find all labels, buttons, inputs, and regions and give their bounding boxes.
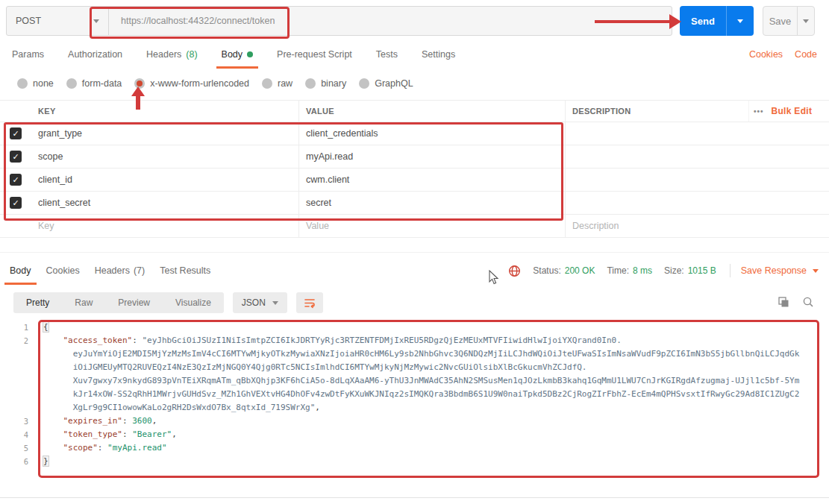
- token-punct: :: [132, 336, 142, 345]
- param-description[interactable]: [565, 192, 829, 214]
- save-options-button[interactable]: [797, 7, 814, 35]
- tab-label: Params: [12, 49, 44, 60]
- tab-settings[interactable]: Settings: [421, 48, 456, 69]
- code-line-content: Xuv7gwxy7x9nkydG893pVnTEiXRqmATm_qBbXQhj…: [43, 374, 799, 388]
- view-tab-preview[interactable]: Preview: [105, 292, 163, 313]
- param-key[interactable]: client_secret: [31, 192, 298, 214]
- value-input[interactable]: Value: [298, 215, 565, 237]
- wrap-text-button[interactable]: [296, 292, 323, 313]
- tab-authorization[interactable]: Authorization: [67, 48, 123, 69]
- body-type-x-www-form-urlencoded[interactable]: x-www-form-urlencoded: [134, 78, 249, 89]
- body-type-form-data[interactable]: form-data: [66, 78, 122, 89]
- response-tabs: BodyCookiesHeaders(7)Test Results: [7, 262, 213, 285]
- method-select[interactable]: POST: [7, 7, 109, 35]
- save-button-group: Save: [763, 6, 815, 36]
- code-line: 6}: [15, 455, 825, 468]
- token-plain: [43, 429, 63, 439]
- chevron-down-icon: [93, 19, 99, 23]
- checkbox-checked[interactable]: ✓: [10, 197, 22, 209]
- key-input[interactable]: Key: [31, 215, 298, 237]
- bulk-edit-link[interactable]: Bulk Edit: [772, 106, 813, 116]
- token-plain: [43, 443, 63, 453]
- chevron-down-icon: [813, 269, 819, 273]
- format-select[interactable]: JSON: [233, 292, 287, 313]
- save-response-label: Save Response: [741, 265, 807, 276]
- radio-label: raw: [278, 78, 293, 89]
- param-description[interactable]: [565, 168, 829, 191]
- body-type-binary[interactable]: binary: [305, 78, 346, 89]
- body-type-raw[interactable]: raw: [262, 78, 293, 89]
- tab-count: (7): [134, 265, 145, 276]
- tab-headers[interactable]: Headers(8): [146, 48, 198, 69]
- param-value[interactable]: client_credentials: [298, 122, 565, 145]
- token-token: eyJuYmYiOjE2MDI5MjYzMzMsImV4cCI6MTYwMjky…: [73, 349, 800, 359]
- tab-pre-request-script[interactable]: Pre-request Script: [276, 48, 353, 69]
- param-value[interactable]: myApi.read: [298, 145, 565, 168]
- code-link[interactable]: Code: [795, 49, 817, 60]
- table-row: ✓client_secretsecret: [0, 192, 829, 215]
- send-label: Send: [691, 16, 715, 27]
- token-plain: [43, 389, 73, 399]
- checkbox-checked[interactable]: ✓: [10, 127, 22, 139]
- response-tab-headers[interactable]: Headers(7): [93, 262, 148, 285]
- divider: [730, 264, 731, 277]
- radio-icon: [359, 78, 369, 89]
- url-input[interactable]: https://localhost:44322/connect/token: [109, 7, 672, 35]
- code-line-content: XgLr9g9CI1owowKaLo2gRH2DsWxdO7Bx_8qtxId_…: [43, 401, 320, 415]
- table-header-row: KEY VALUE DESCRIPTION ••• Bulk Edit: [0, 100, 829, 122]
- body-type-graphql[interactable]: GraphQL: [359, 78, 413, 89]
- response-tab-cookies[interactable]: Cookies: [44, 262, 82, 285]
- request-url-bar: POST https://localhost:44322/connect/tok…: [6, 6, 672, 36]
- code-editor[interactable]: 1{2 "access_token": "eyJhbGciOiJSUzI1NiI…: [15, 321, 825, 468]
- token-punct: ,: [172, 429, 177, 439]
- send-button[interactable]: Send: [680, 6, 726, 36]
- line-number: [15, 401, 28, 415]
- copy-button[interactable]: [778, 296, 789, 308]
- param-key[interactable]: grant_type: [31, 122, 298, 145]
- radio-icon: [262, 78, 272, 89]
- radio-icon: [66, 78, 77, 89]
- description-input[interactable]: Description: [565, 215, 829, 237]
- token-brace: }: [43, 456, 49, 466]
- cookies-link[interactable]: Cookies: [749, 49, 783, 60]
- token-plain: [43, 376, 73, 385]
- token-token: iOiJGMEUyMTQ2RUVEQzI4NzE3QzIzMjNGQ0Y4Qjg…: [73, 362, 587, 372]
- tab-body[interactable]: Body: [221, 48, 254, 69]
- save-button[interactable]: Save: [763, 7, 797, 35]
- tab-tests[interactable]: Tests: [375, 48, 398, 69]
- param-description[interactable]: [565, 145, 829, 168]
- search-button[interactable]: [802, 296, 814, 308]
- body-type-none[interactable]: none: [17, 78, 54, 89]
- param-key[interactable]: scope: [31, 145, 298, 168]
- request-tabs: ParamsAuthorizationHeaders(8)BodyPre-req…: [11, 48, 456, 69]
- param-value[interactable]: secret: [298, 192, 565, 214]
- more-options-icon[interactable]: •••: [754, 107, 764, 116]
- body-type-options: noneform-datax-www-form-urlencodedrawbin…: [17, 78, 413, 89]
- view-tab-visualize[interactable]: Visualize: [163, 292, 224, 313]
- response-toolbar-icons: [778, 296, 814, 308]
- request-tab-links: Cookies Code: [749, 49, 817, 60]
- response-status-bar: Status: 200 OK Time: 8 ms Size: 1015 B S…: [508, 264, 819, 277]
- token-token: "eyJhbGciOiJSUzI1NiIsImtpZCI6IkJDRTYyRjc…: [142, 336, 621, 345]
- response-tab-test-results[interactable]: Test Results: [157, 262, 213, 285]
- token-key: "scope": [63, 443, 98, 453]
- response-view-bar: PrettyRawPreviewVisualize JSON: [13, 292, 323, 313]
- copy-icon: [778, 296, 789, 308]
- line-number: [15, 388, 28, 401]
- param-value[interactable]: cwm.client: [298, 168, 565, 191]
- params-table-body: ✓grant_typeclient_credentials✓scopemyApi…: [0, 122, 829, 215]
- tab-params[interactable]: Params: [11, 48, 45, 69]
- token-brace: {: [43, 322, 49, 332]
- checkbox-checked[interactable]: ✓: [10, 174, 22, 186]
- param-description[interactable]: [565, 122, 829, 145]
- save-response-button[interactable]: Save Response: [741, 265, 819, 276]
- view-tab-pretty[interactable]: Pretty: [13, 292, 62, 313]
- param-key[interactable]: client_id: [31, 168, 298, 191]
- checkbox-checked[interactable]: ✓: [10, 151, 22, 163]
- send-options-button[interactable]: [726, 6, 754, 36]
- response-tab-body[interactable]: Body: [7, 262, 34, 285]
- tab-label: Cookies: [46, 265, 80, 276]
- code-line: 1{: [15, 321, 825, 334]
- view-tab-raw[interactable]: Raw: [62, 292, 105, 313]
- line-number: 1: [15, 321, 28, 334]
